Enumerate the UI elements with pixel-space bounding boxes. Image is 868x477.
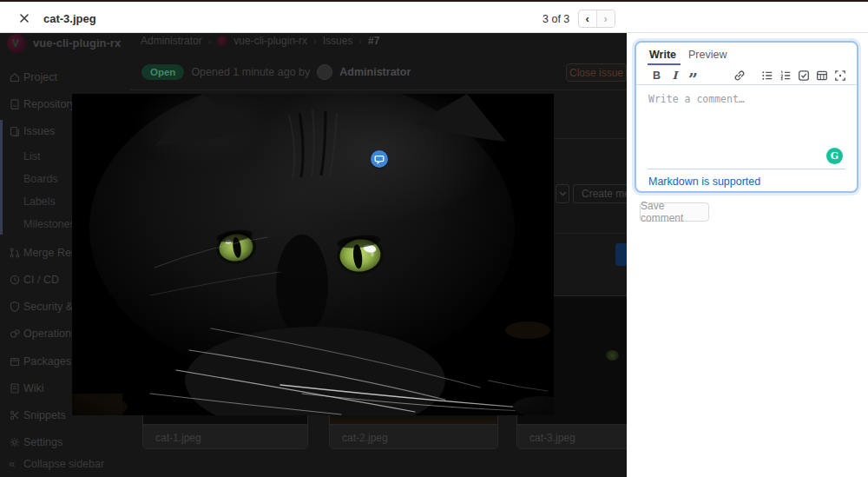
thumbnail-footer: cat-2.jpeg xyxy=(330,424,497,449)
editor-tabs: Write Preview xyxy=(636,43,857,65)
numbered-list-icon[interactable] xyxy=(776,68,794,83)
project-avatar[interactable]: V xyxy=(7,34,26,53)
status-badge: Open xyxy=(141,64,184,80)
breadcrumb-separator: › xyxy=(208,36,212,46)
divider xyxy=(554,233,627,234)
modal-dim-overlay: V vue-cli-plugin-rx Project Repository I… xyxy=(0,33,627,477)
issue-status-row: Open Opened 1 minute ago by Administrato… xyxy=(141,63,411,81)
comment-textarea[interactable]: Write a comment… xyxy=(636,85,857,169)
viewer-top-bar: cat-3.jpeg 3 of 3 ‹ › xyxy=(0,0,868,33)
bulleted-list-icon[interactable] xyxy=(758,68,776,83)
table-icon[interactable] xyxy=(812,68,831,83)
divider xyxy=(648,169,845,169)
author-name: Administrator xyxy=(339,66,411,78)
project-icon xyxy=(9,71,21,83)
code-icon[interactable] xyxy=(712,68,730,83)
gitlab-design-viewer: { "window": { "title": "cat-3.jpeg", "co… xyxy=(0,0,868,477)
thumbnail-filename: cat-3.jpeg xyxy=(529,432,575,444)
settings-icon xyxy=(9,436,21,448)
breadcrumb-segment-vue-cli-plugin-rx[interactable]: vue-cli-plugin-rx xyxy=(233,35,307,47)
create-merge-request-button[interactable]: Create merge request xyxy=(573,184,627,203)
breadcrumb-separator: › xyxy=(358,36,362,46)
breadcrumb-segment-issues[interactable]: Issues xyxy=(323,35,353,47)
merge-request-icon xyxy=(9,247,21,259)
author-avatar xyxy=(317,64,332,80)
divider xyxy=(130,89,627,90)
comment-placeholder: Write a comment… xyxy=(648,93,745,105)
markdown-supported-link[interactable]: Markdown is supported xyxy=(648,176,760,188)
breadcrumb-separator: › xyxy=(313,36,317,46)
tab-preview[interactable]: Preview xyxy=(688,49,727,61)
project-name: vue-cli-plugin-rx xyxy=(33,36,121,50)
save-comment-button[interactable]: Save comment xyxy=(640,202,709,222)
comment-editor: Write Preview BI” Write a comment… G Mar… xyxy=(635,41,858,193)
design-comment-pin[interactable] xyxy=(371,150,388,168)
packages-icon xyxy=(9,355,21,368)
viewer-title: cat-3.jpeg xyxy=(43,12,96,25)
thumbnail-cat-eye xyxy=(606,350,619,361)
sidebar-active-indicator xyxy=(0,120,3,235)
fullscreen-icon[interactable] xyxy=(831,68,849,83)
image-counter: 3 of 3 xyxy=(542,13,569,25)
image-pager: ‹ › xyxy=(578,10,615,28)
divider xyxy=(554,138,627,139)
snippets-icon xyxy=(9,409,21,421)
breadcrumb-segment-7[interactable]: #7 xyxy=(368,35,379,47)
wiki-icon xyxy=(9,382,21,394)
collapse-icon: « xyxy=(9,457,15,470)
previous-image-button[interactable]: ‹ xyxy=(579,10,597,27)
quote-icon[interactable]: ” xyxy=(684,68,702,83)
operations-icon xyxy=(9,328,21,340)
thumbnail-filename: cat-2.jpeg xyxy=(342,432,388,444)
close-issue-button[interactable]: Close issue xyxy=(566,63,627,82)
close-icon[interactable] xyxy=(17,11,31,25)
thumbnail-footer: cat-3.jpeg xyxy=(517,424,627,449)
tab-active-underline xyxy=(648,63,681,65)
issues-icon xyxy=(9,125,21,137)
repository-icon xyxy=(9,98,21,110)
ci-cd-icon xyxy=(9,274,21,286)
create-merge-dropdown-toggle[interactable] xyxy=(556,184,569,203)
breadcrumb-segment-administrator[interactable]: Administrator xyxy=(141,35,202,47)
comment-submit-button-sliver[interactable] xyxy=(615,243,627,266)
issue-opened-text: Opened 1 minute ago by xyxy=(191,66,310,78)
tab-write[interactable]: Write xyxy=(649,49,676,61)
comment-panel: Write Preview BI” Write a comment… G Mar… xyxy=(627,33,868,477)
link-icon[interactable] xyxy=(730,68,748,83)
thumbnail-filename: cat-1.jpeg xyxy=(155,432,201,444)
italic-icon[interactable]: I xyxy=(666,68,684,83)
breadcrumb-project-avatar xyxy=(217,36,227,46)
markdown-toolbar: BI” xyxy=(636,67,857,83)
thumbnail-footer: cat-1.jpeg xyxy=(143,424,307,449)
task-list-icon[interactable] xyxy=(794,68,812,83)
grammarly-icon[interactable]: G xyxy=(826,148,843,164)
design-image-cat-3[interactable] xyxy=(72,94,554,415)
security-icon xyxy=(9,301,21,313)
bold-icon[interactable]: B xyxy=(648,68,666,83)
next-image-button[interactable]: › xyxy=(597,10,615,27)
breadcrumb: Administrator›vue-cli-plugin-rx›Issues›#… xyxy=(141,35,379,47)
